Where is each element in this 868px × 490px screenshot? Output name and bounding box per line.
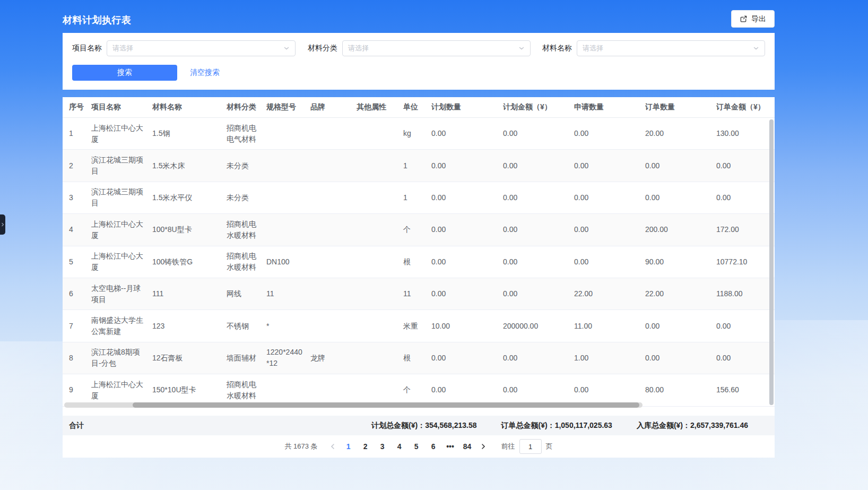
table-cell: 0.00 [503, 128, 574, 139]
horizontal-scrollbar[interactable] [64, 402, 643, 408]
filter-label: 项目名称 [72, 44, 102, 53]
select-placeholder: 请选择 [583, 44, 603, 53]
summary-row: 合计 计划总金额(¥)：354,568,213.58订单总金额(¥)：1,050… [63, 416, 775, 435]
chevron-down-icon [283, 45, 290, 51]
table-cell: 0.00 [431, 353, 503, 364]
table-cell: 0.00 [503, 288, 574, 299]
table-cell: 0.00 [574, 192, 645, 203]
table-cell: 0.00 [574, 224, 645, 235]
table-cell: 0.00 [645, 353, 716, 364]
prev-page-button[interactable] [325, 439, 340, 454]
table-cell: 156.60 [716, 384, 775, 396]
table-cell: 招商机电水暖材料 [227, 251, 266, 273]
material-category-select[interactable]: 请选择 [342, 40, 531, 56]
table-cell: 150*10U型卡 [152, 384, 227, 396]
table-cell: 11 [266, 288, 310, 299]
table-cell: 1 [403, 160, 431, 171]
pagination-ellipsis[interactable]: ••• [442, 439, 459, 454]
table-row: 7南钢盛达大学生公寓新建123不锈钢*米重10.00200000.0011.00… [63, 310, 775, 342]
table-cell: 太空电梯--月球项目 [91, 283, 152, 305]
table-row: 4上海松江中心大厦100*8U型卡招商机电水暖材料个0.000.000.0020… [63, 214, 775, 246]
pagination-total: 共 1673 条 [284, 442, 317, 451]
page-button-6[interactable]: 6 [425, 439, 442, 454]
table-cell: 3 [69, 192, 91, 203]
table-row: 8滨江花城8期项目-分包12石膏板墙面辅材1220*2440*12龙牌根0.00… [63, 342, 775, 374]
table-cell: 80.00 [645, 384, 716, 396]
filter-field: 材料分类请选择 [308, 40, 531, 56]
column-header: 材料名称 [152, 102, 227, 112]
column-header: 材料分类 [227, 102, 266, 112]
table-cell: 9 [69, 384, 91, 396]
table-cell: 0.00 [716, 192, 775, 203]
table-cell: 根 [403, 353, 431, 364]
table-cell: 172.00 [716, 224, 775, 235]
table-cell: 100铸铁管G [152, 256, 227, 268]
table-cell: 22.00 [645, 288, 716, 299]
page-button-84[interactable]: 84 [459, 439, 476, 454]
table-cell: 1.5米水平仪 [152, 192, 227, 203]
next-page-button[interactable] [476, 439, 491, 454]
filter-actions: 搜索 清空搜索 [72, 65, 220, 81]
search-button[interactable]: 搜索 [72, 65, 177, 81]
table-cell: 0.00 [574, 160, 645, 171]
table-row: 2滨江花城三期项目1.5米木床未分类10.000.000.000.000.00 [63, 150, 775, 182]
table-cell: 0.00 [645, 160, 716, 171]
table-cell: 南钢盛达大学生公寓新建 [91, 315, 152, 337]
filter-panel: 项目名称请选择材料分类请选择材料名称请选择 搜索 清空搜索 [63, 33, 775, 90]
page-title: 材料计划执行表 [63, 14, 132, 27]
page-button-3[interactable]: 3 [374, 439, 391, 454]
export-button-label: 导出 [751, 14, 766, 24]
table-cell: 200.00 [645, 224, 716, 235]
clear-search-link[interactable]: 清空搜索 [190, 68, 220, 78]
table-cell: 111 [152, 288, 227, 299]
horizontal-scrollbar-thumb[interactable] [133, 402, 639, 408]
table-cell: 墙面辅材 [227, 353, 266, 364]
page-button-1[interactable]: 1 [340, 439, 357, 454]
column-header: 订单金额（¥） [716, 102, 775, 112]
table-row: 3滨江花城三期项目1.5米水平仪未分类10.000.000.000.000.00 [63, 182, 775, 214]
table-cell: 1.5钢 [152, 128, 227, 139]
table-cell: 8 [69, 353, 91, 364]
table-cell: 6 [69, 288, 91, 299]
project-name-select[interactable]: 请选择 [107, 40, 296, 56]
export-button[interactable]: 导出 [731, 10, 775, 28]
table-cell: 1188.00 [716, 288, 775, 299]
summary-item: 入库总金额(¥)：2,657,339,761.46 [637, 421, 748, 431]
table-cell: 招商机电电气材料 [227, 123, 266, 145]
goto-page-input[interactable] [519, 439, 542, 454]
table-cell: 200000.00 [503, 321, 574, 332]
chevron-left-icon [330, 443, 335, 450]
column-header: 序号 [69, 102, 91, 112]
chevron-right-icon [1, 222, 4, 227]
table-cell: 0.00 [716, 160, 775, 171]
page-button-2[interactable]: 2 [357, 439, 374, 454]
column-header: 品牌 [310, 102, 357, 112]
material-name-select[interactable]: 请选择 [577, 40, 765, 56]
table-cell: 11.00 [574, 321, 645, 332]
chevron-down-icon [753, 45, 759, 51]
table-cell: 上海松江中心大厦 [91, 123, 152, 145]
table-cell: 0.00 [503, 353, 574, 364]
table-cell: kg [403, 128, 431, 139]
export-icon [740, 15, 748, 23]
page-button-4[interactable]: 4 [391, 439, 408, 454]
column-header: 申请数量 [574, 102, 645, 112]
table-cell: 网线 [227, 288, 266, 299]
table-cell: 0.00 [574, 384, 645, 396]
table-cell: 0.00 [431, 256, 503, 268]
table-cell: 上海松江中心大厦 [91, 379, 152, 401]
table-cell: 0.00 [716, 353, 775, 364]
table-row: 5上海松江中心大厦100铸铁管G招商机电水暖材料DN100根0.000.000.… [63, 246, 775, 278]
goto-page-group: 前往 页 [501, 439, 553, 454]
column-header: 单位 [403, 102, 431, 112]
table-cell: 20.00 [645, 128, 716, 139]
table-cell: 0.00 [645, 321, 716, 332]
table-cell: 123 [152, 321, 227, 332]
vertical-scrollbar-thumb[interactable] [769, 119, 774, 405]
summary-totals: 计划总金额(¥)：354,568,213.58订单总金额(¥)：1,050,11… [371, 421, 748, 431]
table-cell: 0.00 [431, 128, 503, 139]
goto-label: 前往 [501, 442, 515, 451]
page-button-5[interactable]: 5 [408, 439, 425, 454]
sidebar-toggle-handle[interactable] [0, 214, 5, 235]
table-cell: 招商机电水暖材料 [227, 219, 266, 241]
